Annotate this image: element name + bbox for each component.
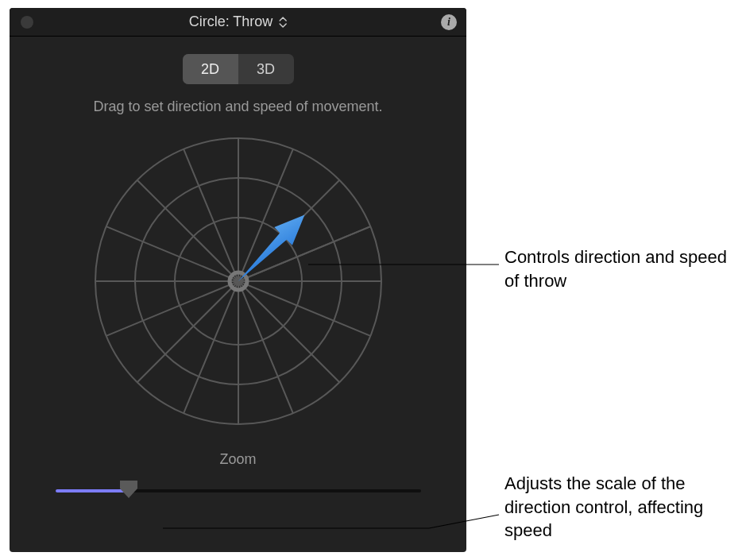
callout-direction: Controls direction and speed of throw (504, 245, 735, 292)
mode-toggle: 2D 3D (183, 54, 294, 84)
zoom-slider[interactable] (56, 477, 421, 501)
mode-2d-button[interactable]: 2D (183, 54, 238, 84)
mode-3d-button[interactable]: 3D (238, 54, 294, 84)
info-icon[interactable]: i (441, 14, 457, 30)
panel-title-dropdown[interactable]: Circle: Throw (189, 14, 288, 30)
slider-thumb[interactable] (118, 481, 139, 498)
panel-header: Circle: Throw i (10, 8, 466, 37)
instruction-text: Drag to set direction and speed of movem… (10, 97, 466, 116)
radar-icon (87, 130, 389, 432)
chevron-updown-icon (279, 16, 287, 29)
window-control-dot[interactable] (21, 16, 33, 29)
panel-title: Circle: Throw (189, 14, 273, 30)
hud-panel: Circle: Throw i 2D 3D Drag to set direct… (10, 8, 466, 552)
callout-zoom: Adjusts the scale of the direction contr… (504, 472, 735, 543)
zoom-label: Zoom (10, 451, 466, 468)
direction-control[interactable] (87, 130, 389, 432)
